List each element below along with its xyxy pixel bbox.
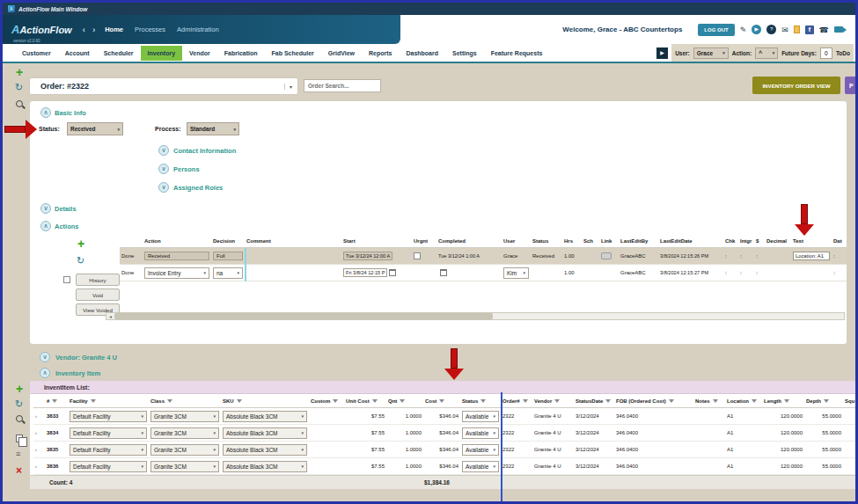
action-row[interactable]: Done Received Full Tue 3/12/24 12:00 A T… (120, 248, 847, 265)
filter-icon[interactable] (52, 399, 57, 403)
history-checkbox[interactable] (63, 276, 70, 283)
sku-select[interactable]: Absolute Black 3CM (226, 413, 278, 420)
class-select[interactable]: Granite 3CM (154, 413, 187, 420)
column-completed[interactable]: Completed (436, 238, 502, 244)
column-status[interactable]: Status (462, 398, 478, 404)
column-notes[interactable]: Notes (695, 398, 710, 404)
start-date-field[interactable]: Tue 3/12/24 12:00 A (343, 252, 392, 260)
basic-info-collapse-icon[interactable]: ∧ (40, 107, 51, 118)
completed-date[interactable]: Tue 3/12/24 1:00 A (436, 253, 502, 259)
logout-button[interactable]: LOG OUT (698, 24, 734, 36)
column-sch[interactable]: Sch (582, 238, 599, 244)
action-field[interactable]: Received (144, 252, 209, 260)
user-select[interactable]: Kim (507, 270, 517, 276)
column-facility[interactable]: Facility (70, 398, 88, 404)
scrollbar-thumb[interactable] (114, 313, 493, 319)
status-select[interactable]: Available (466, 430, 488, 436)
column-depth[interactable]: Depth (806, 398, 821, 404)
filter-icon[interactable] (400, 399, 405, 403)
help-icon[interactable]: ? (766, 25, 776, 34)
tab-settings[interactable]: Settings (445, 46, 484, 61)
persons-expand-icon[interactable]: ∨ (158, 164, 169, 174)
tab-feature-requests[interactable]: Feature Requests (484, 46, 550, 61)
sku-select[interactable]: Absolute Black 3CM (226, 447, 278, 453)
mail-icon[interactable]: ✉ (781, 26, 788, 34)
row-expander-icon[interactable]: › (33, 464, 45, 469)
calendar-icon[interactable] (440, 269, 447, 276)
calendar-icon[interactable] (389, 269, 396, 276)
sku-select[interactable]: Absolute Black 3CM (226, 430, 278, 436)
tab-reports[interactable]: Reports (362, 46, 399, 61)
tab-gridview[interactable]: GridView (321, 46, 362, 61)
user-value[interactable]: Grace (502, 253, 531, 259)
link-icon[interactable] (601, 252, 612, 259)
collapse-panel-icon[interactable]: ▶ (656, 47, 668, 59)
add-inventory-item-button[interactable]: + (16, 383, 23, 394)
filter-icon[interactable] (480, 399, 486, 403)
tab-inventory[interactable]: Inventory (141, 46, 183, 61)
play-icon[interactable]: ▶ (752, 25, 761, 34)
refresh-actions-icon[interactable]: ↻ (77, 256, 84, 266)
forward-icon[interactable]: › (92, 26, 98, 34)
inventory-row[interactable]: › 3834 Default Facility▾ Granite 3CM▾ Ab… (33, 425, 858, 442)
order-search-input[interactable] (304, 79, 381, 92)
tab-vendor[interactable]: Vendor (182, 46, 217, 61)
add-action-button[interactable]: + (77, 238, 84, 249)
decision-field[interactable]: Full (213, 252, 243, 260)
back-icon[interactable]: ‹ (83, 26, 88, 34)
list-view-icon[interactable]: ≡ (16, 450, 20, 458)
facility-select[interactable]: Default Facility (73, 447, 111, 453)
facility-select[interactable]: Default Facility (73, 430, 111, 436)
user-select[interactable]: Grace▾ (693, 47, 729, 59)
filter-icon[interactable] (605, 399, 611, 403)
column-intgr[interactable]: Intgr (738, 238, 754, 244)
tab-scheduler[interactable]: Scheduler (97, 46, 141, 61)
process-select[interactable]: Standard▾ (187, 122, 239, 135)
inventory-order-view-button[interactable]: INVENTORY ORDER VIEW (752, 77, 840, 94)
facility-select[interactable]: Default Facility (73, 413, 111, 420)
class-select[interactable]: Granite 3CM (154, 464, 187, 470)
column-chk[interactable]: Chk (723, 238, 738, 244)
document-icon[interactable] (794, 26, 800, 33)
column-status[interactable]: Status (531, 238, 562, 244)
tab-dashboard[interactable]: Dashboard (399, 46, 445, 61)
inventory-row[interactable]: › 3833 Default Facility▾ Granite 3CM▾ Ab… (33, 408, 858, 425)
nav-home[interactable]: Home (105, 26, 123, 33)
search-icon[interactable] (16, 100, 23, 107)
search-inventory-icon[interactable] (16, 415, 23, 422)
column-action[interactable]: Action (143, 238, 211, 244)
column-hrs[interactable]: Hrs (562, 238, 582, 244)
partial-right-button[interactable]: P (845, 77, 858, 94)
column-qnt[interactable]: Qnt (388, 398, 397, 404)
column-text[interactable]: Text (791, 238, 832, 244)
row-expander-icon[interactable]: › (33, 447, 45, 452)
filter-icon[interactable] (713, 399, 718, 403)
column-decimal[interactable]: Decimal (765, 238, 791, 244)
column-class[interactable]: Class (150, 398, 165, 404)
video-camera-icon[interactable] (834, 26, 843, 33)
filter-icon[interactable] (752, 399, 757, 403)
refresh-inventory-icon[interactable]: ↻ (15, 399, 23, 409)
column-statusdate[interactable]: StatusDate (576, 398, 603, 404)
column-fob[interactable]: FOB (Ordered Cost) (616, 398, 666, 404)
column-comment[interactable]: Comment (245, 238, 341, 244)
column-custom[interactable]: Custom (311, 398, 330, 404)
inventory-row[interactable]: › 3835 Default Facility▾ Granite 3CM▾ Ab… (33, 442, 858, 458)
column-dollar[interactable]: $ (754, 238, 765, 244)
column-user[interactable]: User (502, 238, 531, 244)
filter-icon[interactable] (333, 399, 338, 403)
todo-label[interactable]: ToDo (836, 50, 850, 56)
action-select[interactable]: ^▾ (755, 47, 778, 59)
nav-back-forward-icons[interactable]: ‹ › (83, 26, 99, 34)
filter-icon[interactable] (167, 399, 172, 403)
column-unit-cost[interactable]: Unit Cost (346, 398, 370, 404)
tab-fabrication[interactable]: Fabrication (217, 46, 265, 61)
decision-select[interactable]: na (216, 270, 223, 276)
column-start[interactable]: Start (341, 238, 412, 244)
add-order-button[interactable]: + (16, 67, 23, 77)
column-location[interactable]: Location (727, 398, 749, 404)
filter-icon[interactable] (784, 399, 789, 403)
column-lasteditdate[interactable]: LastEditDate (658, 238, 723, 244)
inventory-item-collapse-icon[interactable]: ∧ (40, 368, 50, 378)
details-expand-icon[interactable]: ∨ (40, 203, 51, 214)
